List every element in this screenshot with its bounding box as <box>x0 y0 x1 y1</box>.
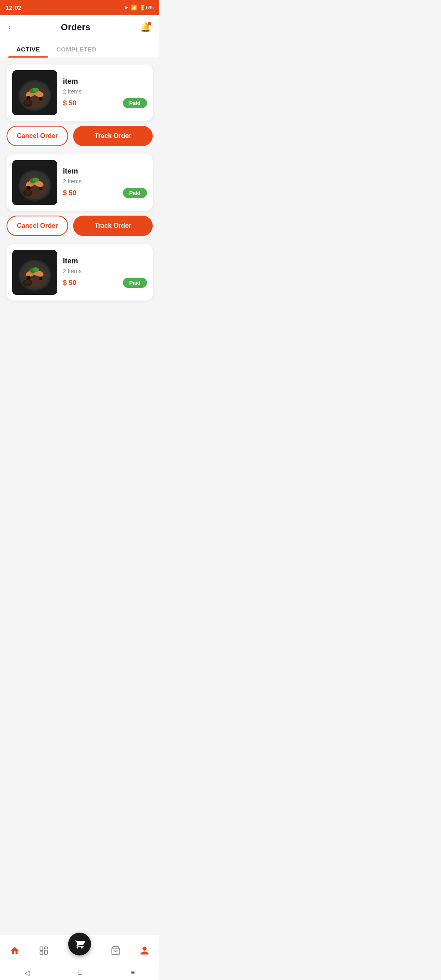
header: ‹ Orders 🔔 <box>0 15 159 40</box>
order-block-1: item 2 Items $ 50 Paid Cancel Order Trac… <box>7 65 153 146</box>
order-card-3: item 2 Items $ 50 Paid <box>7 244 153 301</box>
order-count-3: 2 Items <box>63 268 147 274</box>
svg-point-38 <box>24 280 31 285</box>
svg-point-23 <box>39 187 42 190</box>
tab-completed[interactable]: COMPLETED <box>48 40 105 58</box>
order-bottom-3: $ 50 Paid <box>63 278 147 288</box>
paid-badge-3: Paid <box>123 278 147 288</box>
back-button[interactable]: ‹ <box>8 22 11 33</box>
action-buttons-1: Cancel Order Track Order <box>7 126 153 146</box>
order-name-3: item <box>63 257 147 265</box>
svg-point-10 <box>39 97 42 100</box>
order-count-1: 2 Items <box>63 88 147 95</box>
order-price-3: $ 50 <box>63 279 76 287</box>
tab-active[interactable]: ACTIVE <box>8 40 48 58</box>
status-bar: 12:02 ➤ 📶 🔋6% <box>0 0 159 15</box>
order-name-1: item <box>63 77 147 86</box>
paid-badge-1: Paid <box>123 98 147 108</box>
notification-dot <box>148 22 151 25</box>
order-block-3: item 2 Items $ 50 Paid <box>7 244 153 305</box>
page-title: Orders <box>61 22 90 33</box>
track-order-button-1[interactable]: Track Order <box>73 126 153 146</box>
order-card-1: item 2 Items $ 50 Paid <box>7 65 153 121</box>
paid-badge-2: Paid <box>123 188 147 198</box>
order-bottom-1: $ 50 Paid <box>63 98 147 108</box>
battery-icon: 🔋6% <box>139 4 154 11</box>
svg-point-36 <box>39 277 42 280</box>
action-buttons-2: Cancel Order Track Order <box>7 216 153 236</box>
orders-list: item 2 Items $ 50 Paid Cancel Order Trac… <box>0 58 159 346</box>
order-card-2: item 2 Items $ 50 Paid <box>7 154 153 211</box>
notification-button[interactable]: 🔔 <box>140 22 151 33</box>
status-icons: ➤ 📶 🔋6% <box>124 4 154 11</box>
cancel-order-button-1[interactable]: Cancel Order <box>7 126 68 146</box>
track-order-button-2[interactable]: Track Order <box>73 216 153 236</box>
order-image-1 <box>12 70 57 115</box>
order-info-2: item 2 Items $ 50 Paid <box>63 167 147 198</box>
svg-point-25 <box>24 190 31 195</box>
wifi-icon: 📶 <box>131 4 137 11</box>
svg-point-12 <box>24 100 31 105</box>
order-info-3: item 2 Items $ 50 Paid <box>63 257 147 288</box>
order-bottom-2: $ 50 Paid <box>63 188 147 198</box>
order-block-2: item 2 Items $ 50 Paid Cancel Order Trac… <box>7 154 153 236</box>
order-price-2: $ 50 <box>63 189 76 197</box>
location-icon: ➤ <box>124 4 129 11</box>
order-image-2 <box>12 160 57 205</box>
order-name-2: item <box>63 167 147 176</box>
order-image-3 <box>12 250 57 295</box>
tabs-bar: ACTIVE COMPLETED <box>0 40 159 58</box>
status-time: 12:02 <box>6 4 21 11</box>
order-count-2: 2 Items <box>63 178 147 185</box>
cancel-order-button-2[interactable]: Cancel Order <box>7 216 68 236</box>
order-price-1: $ 50 <box>63 99 76 107</box>
order-info-1: item 2 Items $ 50 Paid <box>63 77 147 108</box>
